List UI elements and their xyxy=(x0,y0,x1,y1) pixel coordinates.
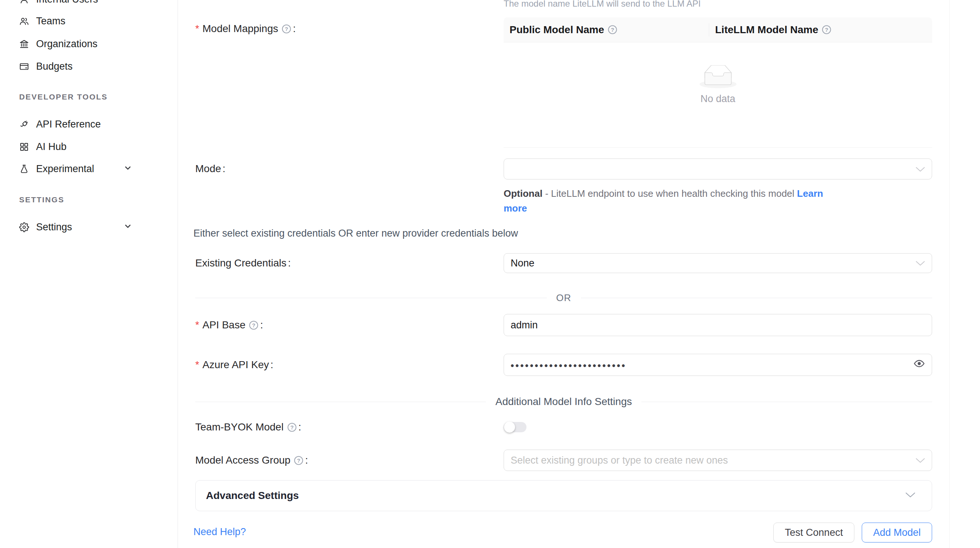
or-divider: OR xyxy=(195,290,932,305)
svg-text:?: ? xyxy=(285,25,288,32)
required-asterisk: * xyxy=(195,320,199,331)
help-circle-icon[interactable]: ? xyxy=(294,456,304,465)
add-model-button[interactable]: Add Model xyxy=(862,523,932,542)
column-public-model-name: Public Model Name ? xyxy=(504,18,709,42)
sidebar-item-experimental[interactable]: Experimental xyxy=(0,161,178,177)
empty-state: No data xyxy=(700,65,737,105)
chevron-down-icon xyxy=(916,163,925,175)
eye-icon[interactable] xyxy=(913,358,925,372)
sidebar-item-settings[interactable]: Settings xyxy=(0,219,178,235)
sidebar-item-label: API Reference xyxy=(36,119,101,130)
chevron-down-icon xyxy=(124,222,132,232)
plug-icon xyxy=(19,119,29,129)
sidebar-item-organizations[interactable]: Organizations xyxy=(0,36,178,52)
select-placeholder: Select existing groups or type to create… xyxy=(511,455,728,466)
sidebar-item-label: Settings xyxy=(36,221,72,233)
sidebar-item-label: AI Hub xyxy=(36,141,67,153)
svg-text:?: ? xyxy=(290,424,294,430)
additional-info-divider: Additional Model Info Settings xyxy=(195,394,932,409)
sidebar-section-developer-tools: DEVELOPER TOOLS xyxy=(19,90,108,104)
empty-inbox-icon xyxy=(700,65,737,89)
sidebar: Internal Users Teams Organizations Budge… xyxy=(0,0,178,548)
column-litellm-model-name: LiteLLM Model Name ? xyxy=(709,18,832,42)
add-model-form: The model name LiteLLM will send to the … xyxy=(178,0,980,548)
existing-credentials-select[interactable]: None xyxy=(504,253,932,273)
mode-select[interactable] xyxy=(504,158,932,180)
sidebar-item-label: Experimental xyxy=(36,163,94,175)
help-circle-icon[interactable]: ? xyxy=(822,25,832,35)
sidebar-item-internal-users[interactable]: Internal Users xyxy=(0,0,178,7)
content-right-edge xyxy=(950,0,950,548)
help-circle-icon[interactable]: ? xyxy=(249,320,259,330)
learn-more-link[interactable]: Learn xyxy=(797,188,823,199)
svg-text:?: ? xyxy=(297,457,300,463)
credentials-note: Either select existing credentials OR en… xyxy=(193,228,518,239)
azure-api-key-input[interactable]: •••••••••••••••••••••••• xyxy=(504,354,932,376)
model-access-group-select[interactable]: Select existing groups or type to create… xyxy=(504,449,932,471)
sidebar-item-teams[interactable]: Teams xyxy=(0,13,178,29)
existing-credentials-label: Existing Credentials : xyxy=(195,256,291,271)
empty-state-text: No data xyxy=(700,93,737,105)
learn-more-link[interactable]: more xyxy=(504,203,527,214)
flask-icon xyxy=(19,164,29,174)
toggle-knob xyxy=(504,422,515,433)
bank-icon xyxy=(19,39,29,49)
advanced-settings-label: Advanced Settings xyxy=(206,490,299,502)
svg-text:?: ? xyxy=(825,27,828,33)
sidebar-item-label: Organizations xyxy=(36,38,98,50)
api-base-label: * API Base ? : xyxy=(195,318,263,332)
chevron-down-icon xyxy=(124,164,132,174)
help-circle-icon[interactable]: ? xyxy=(282,24,291,34)
users-icon xyxy=(19,16,29,26)
chevron-down-icon xyxy=(916,258,925,269)
mode-label: Mode : xyxy=(195,161,226,176)
chevron-down-icon xyxy=(916,455,925,466)
sidebar-item-ai-hub[interactable]: AI Hub xyxy=(0,139,178,155)
table-header: Public Model Name ? LiteLLM Model Name ? xyxy=(504,18,932,42)
sidebar-item-budgets[interactable]: Budgets xyxy=(0,58,178,75)
table-empty-body: No data xyxy=(504,42,932,148)
required-asterisk: * xyxy=(195,23,199,35)
api-base-input-wrap xyxy=(504,314,932,336)
required-asterisk: * xyxy=(195,359,199,371)
azure-api-key-label: * Azure API Key : xyxy=(195,357,274,372)
footer-buttons: Test Connect Add Model xyxy=(504,523,932,542)
test-connect-button[interactable]: Test Connect xyxy=(773,523,854,542)
sidebar-item-label: Internal Users xyxy=(36,0,98,5)
help-circle-icon[interactable]: ? xyxy=(608,25,617,35)
sidebar-item-api-reference[interactable]: API Reference xyxy=(0,116,178,132)
model-mappings-label: * Model Mappings ? : xyxy=(195,21,296,36)
model-name-helper-text: The model name LiteLLM will send to the … xyxy=(504,0,701,9)
svg-text:?: ? xyxy=(611,27,614,33)
help-circle-icon[interactable]: ? xyxy=(287,422,297,432)
credit-card-icon xyxy=(19,62,29,72)
chevron-down-icon xyxy=(905,492,916,500)
user-icon xyxy=(19,0,29,5)
grid-icon xyxy=(19,142,29,152)
masked-password-value: •••••••••••••••••••••••• xyxy=(511,360,626,371)
model-mappings-table: Public Model Name ? LiteLLM Model Name ? xyxy=(504,18,932,148)
page: Internal Users Teams Organizations Budge… xyxy=(0,0,980,548)
need-help-link[interactable]: Need Help? xyxy=(193,526,246,538)
api-base-input[interactable] xyxy=(511,320,925,331)
team-byok-toggle[interactable] xyxy=(504,422,527,432)
advanced-settings-panel[interactable]: Advanced Settings xyxy=(195,480,932,511)
sidebar-item-label: Budgets xyxy=(36,61,73,72)
gear-icon xyxy=(19,222,29,232)
model-access-group-label: Model Access Group ? : xyxy=(195,453,308,468)
sidebar-item-label: Teams xyxy=(36,16,65,27)
sidebar-section-settings: SETTINGS xyxy=(19,193,64,206)
mode-helper-text: Optional - LiteLLM endpoint to use when … xyxy=(504,186,823,216)
svg-text:?: ? xyxy=(252,322,255,328)
team-byok-label: Team-BYOK Model ? : xyxy=(195,420,301,435)
